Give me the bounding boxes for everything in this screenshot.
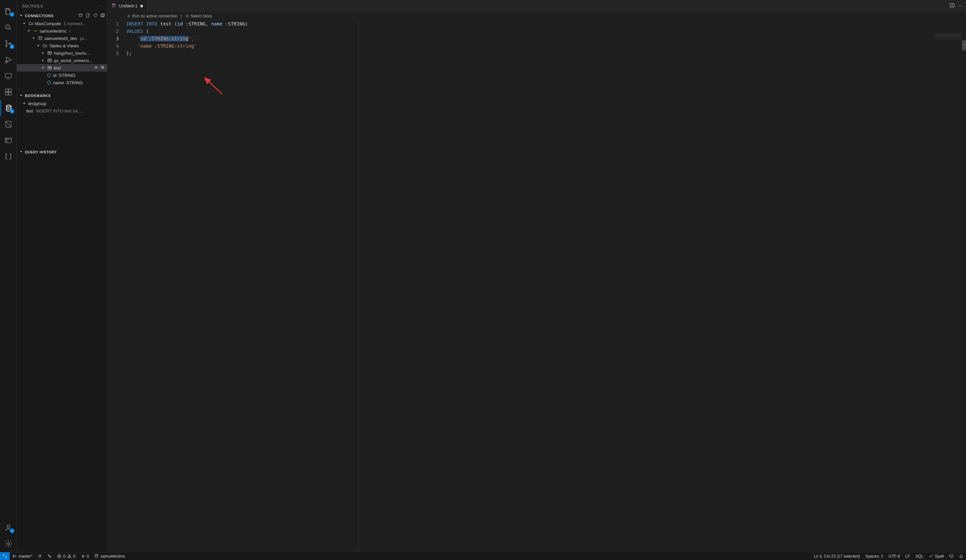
conn-samueltest3-dev[interactable]: samueltest3_dev pr... bbox=[17, 34, 107, 42]
refresh-icon[interactable] bbox=[93, 13, 98, 18]
activity-extensions[interactable] bbox=[0, 84, 16, 100]
svg-point-24 bbox=[112, 4, 115, 5]
tree-label: testgroup bbox=[28, 101, 46, 106]
tab-untitled-1[interactable]: Untitled-1 bbox=[107, 0, 147, 12]
selected-text: id :STRING:string bbox=[140, 36, 188, 41]
bookmark-group[interactable]: testgroup bbox=[17, 100, 107, 107]
table-test[interactable]: test bbox=[17, 64, 107, 72]
chevron-down-icon bbox=[19, 93, 23, 99]
status-language[interactable]: SQL bbox=[913, 552, 926, 560]
kw-into: INTO bbox=[146, 21, 158, 26]
activity-settings[interactable] bbox=[0, 536, 16, 552]
table-hangzhou[interactable]: hangzhou_touris... bbox=[17, 49, 107, 57]
status-bar: master* 0 0 0 samueltestmc Ln 3, Col 23 … bbox=[0, 552, 966, 560]
svg-rect-16 bbox=[87, 14, 89, 18]
table-icon bbox=[47, 51, 53, 56]
new-connection-icon[interactable] bbox=[78, 13, 83, 18]
crumb-label: Run on active connection bbox=[132, 14, 177, 18]
status-connection[interactable]: samueltestmc bbox=[92, 552, 128, 560]
ident-name: name bbox=[211, 21, 223, 26]
ident-id: id bbox=[177, 21, 183, 26]
section-history-header[interactable]: QUERY HISTORY bbox=[17, 148, 107, 156]
activity-sqltools[interactable]: 1 bbox=[0, 100, 16, 116]
code-content[interactable]: INSERT INTO test (id :STRING, name :STRI… bbox=[123, 20, 966, 552]
section-connections-header[interactable]: CONNECTIONS bbox=[17, 12, 107, 20]
status-problems[interactable]: 0 0 bbox=[54, 552, 78, 560]
database-icon bbox=[38, 36, 43, 41]
activity-accounts[interactable]: 1 bbox=[0, 520, 16, 536]
collapse-all-icon[interactable] bbox=[100, 13, 105, 18]
status-ports[interactable]: 0 bbox=[78, 552, 92, 560]
conn-samueltestmc[interactable]: samueltestmc / bbox=[17, 27, 107, 34]
column-name[interactable]: name :STRING bbox=[17, 79, 107, 86]
split-editor-icon[interactable] bbox=[950, 3, 955, 9]
str-body: name :STRING:string bbox=[140, 43, 194, 49]
activity-notebook[interactable] bbox=[0, 116, 16, 132]
svg-rect-5 bbox=[5, 74, 12, 77]
status-indent[interactable]: Spaces: 2 bbox=[863, 552, 886, 560]
encoding-label: UTF-8 bbox=[889, 554, 900, 558]
magnify-icon[interactable] bbox=[100, 65, 105, 71]
ruler bbox=[358, 20, 359, 552]
activity-run-debug[interactable] bbox=[0, 52, 16, 68]
minimap[interactable] bbox=[935, 34, 961, 40]
svg-point-31 bbox=[50, 556, 51, 557]
line-gutter: 1 2 3 4 5 bbox=[107, 20, 123, 552]
run-on-connection-button[interactable]: Run on active connection bbox=[127, 14, 177, 18]
sidebar-title-text: SQLTOOLS bbox=[22, 4, 43, 8]
ports-count: 0 bbox=[87, 554, 89, 558]
sidebar-more-icon[interactable]: ⋯ bbox=[98, 4, 102, 8]
type-id: :STRING, bbox=[183, 21, 211, 26]
badge: 2 bbox=[10, 44, 15, 49]
tab-bar: Untitled-1 ⋯ bbox=[107, 0, 966, 12]
svg-point-0 bbox=[6, 25, 10, 29]
code-editor[interactable]: 1 2 3 4 5 INSERT INTO test (id :STRING, … bbox=[107, 20, 966, 552]
tree-label: test bbox=[54, 66, 61, 71]
status-live-share[interactable] bbox=[44, 552, 54, 560]
status-feedback[interactable] bbox=[946, 552, 956, 560]
chevron-down-icon bbox=[19, 149, 23, 155]
status-notifications[interactable] bbox=[956, 552, 966, 560]
status-spell[interactable]: Spell bbox=[926, 552, 946, 560]
column-id[interactable]: id :STRING bbox=[17, 72, 107, 79]
activity-remote[interactable] bbox=[0, 68, 16, 84]
conn-hint: pr... bbox=[80, 36, 87, 41]
chevron-down-icon bbox=[21, 21, 27, 26]
section-bookmarks-label: BOOKMARKS bbox=[25, 94, 51, 98]
column-icon bbox=[46, 80, 52, 85]
bookmark-item[interactable]: test INSERT INTO test (id, ... bbox=[17, 107, 107, 115]
conn-maxcompute[interactable]: MaxCompute 1 connect... bbox=[17, 20, 107, 27]
status-cursor[interactable]: Ln 3, Col 23 (17 selected) bbox=[811, 552, 862, 560]
svg-rect-8 bbox=[5, 92, 8, 95]
table-icon bbox=[47, 58, 53, 63]
table-qs-world[interactable]: qs_world_universi... bbox=[17, 57, 107, 64]
table-icon bbox=[47, 66, 53, 70]
badge: 1 bbox=[10, 12, 15, 17]
crumb-label: Select block bbox=[191, 14, 212, 18]
tree-label: id :STRING bbox=[53, 73, 75, 78]
new-sql-file-icon[interactable] bbox=[85, 13, 90, 18]
status-branch[interactable]: master* bbox=[10, 552, 35, 560]
activity-explorer[interactable]: 1 bbox=[0, 3, 16, 20]
more-actions-icon[interactable]: ⋯ bbox=[958, 3, 963, 8]
select-block-button[interactable]: Select block bbox=[185, 14, 212, 18]
paren-close: ); bbox=[126, 51, 132, 56]
bookmarks-tree: testgroup test INSERT INTO test (id, ... bbox=[17, 100, 107, 115]
section-bookmarks-header[interactable]: BOOKMARKS bbox=[17, 92, 107, 100]
tables-views[interactable]: Tables & Views bbox=[17, 42, 107, 49]
activity-source-control[interactable]: 2 bbox=[0, 36, 16, 52]
chevron-down-icon bbox=[26, 28, 31, 33]
spell-label: Spell bbox=[935, 554, 944, 558]
status-sync[interactable] bbox=[35, 552, 44, 560]
status-remote[interactable] bbox=[0, 552, 10, 560]
indent-label: Spaces: 2 bbox=[865, 554, 883, 558]
editor-area: Untitled-1 ⋯ Run on active connection | … bbox=[107, 0, 966, 552]
activity-brackets[interactable] bbox=[0, 148, 16, 164]
activity-search[interactable] bbox=[0, 20, 16, 36]
insert-record-icon[interactable] bbox=[94, 65, 99, 71]
scrollbar-marker[interactable] bbox=[962, 40, 966, 50]
activity-project[interactable] bbox=[0, 132, 16, 148]
status-eol[interactable]: LF bbox=[903, 552, 913, 560]
status-encoding[interactable]: UTF-8 bbox=[886, 552, 903, 560]
connections-tree: MaxCompute 1 connect... samueltestmc / s… bbox=[17, 20, 107, 86]
